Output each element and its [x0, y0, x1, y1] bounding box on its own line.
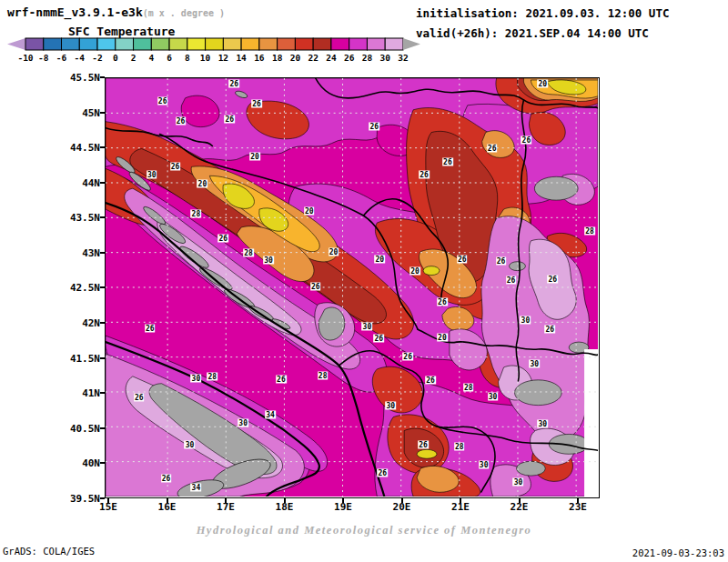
contour-label: 28 — [318, 371, 329, 379]
lat-tick — [100, 357, 105, 359]
lat-axis-label: 41.5N — [53, 352, 100, 364]
lon-tick — [342, 498, 344, 503]
colorbar-segment — [44, 38, 62, 50]
contour-label: 26 — [170, 163, 181, 171]
contour-label: 20 — [329, 247, 339, 256]
lat-tick — [100, 497, 105, 499]
contour-label: 30 — [185, 441, 196, 449]
colorbar-tick-label: -6 — [56, 53, 67, 63]
colorbar-segment — [367, 38, 385, 50]
contour-label: 26 — [418, 441, 429, 449]
colorbar-tick-label: -4 — [75, 53, 86, 63]
colorbar-tick-label: 6 — [167, 53, 172, 63]
contour-label: 30 — [488, 392, 499, 400]
lat-tick — [100, 216, 105, 218]
contour-label: 26 — [310, 282, 321, 290]
colorbar-segment — [79, 38, 97, 50]
colorbar-segment — [187, 38, 206, 50]
colorbar-tick-label: 0 — [113, 53, 118, 63]
colorbar-segment — [313, 38, 331, 50]
contour-label: 20 — [538, 79, 549, 87]
contour-label: 26 — [419, 171, 430, 179]
contour-label: 28 — [454, 443, 465, 451]
colorbar-segment — [62, 38, 80, 50]
contour-label: 26 — [369, 122, 380, 130]
contour-label: 26 — [134, 393, 145, 401]
grads-plot: wrf-nmmE_v3.9.1-e3k(m x . degree ) SFC T… — [0, 0, 728, 562]
colorbar-segment — [295, 38, 313, 50]
colorbar-tick-label: 26 — [344, 53, 355, 63]
contour-label: 26 — [547, 275, 558, 283]
lat-tick — [100, 76, 105, 78]
grads-credit: GrADS: COLA/IGES — [3, 546, 95, 557]
contour-label: 26 — [487, 145, 498, 153]
timestamp: 2021-09-03-23:03 — [632, 547, 724, 558]
colorbar-segment — [385, 38, 403, 50]
colorbar-tick-label: 32 — [398, 53, 408, 63]
colorbar-segment — [331, 38, 349, 50]
contour-label: 30 — [385, 401, 396, 409]
contour-label: 30 — [362, 323, 373, 331]
lon-tick — [401, 498, 403, 503]
lon-tick — [225, 498, 227, 503]
colorbar-segment — [169, 38, 187, 50]
colorbar-tick-label: 20 — [290, 53, 301, 63]
contour-label: 20 — [304, 207, 315, 216]
colorbar-tick-label: 16 — [254, 53, 265, 63]
lon-tick — [107, 498, 109, 503]
contour-label: 26 — [157, 96, 168, 105]
contour-label: 26 — [377, 469, 388, 477]
lat-tick — [100, 462, 105, 464]
valid-time-label: valid(+26h): 2021.SEP.04 14:00 UTC — [416, 26, 649, 40]
init-time-label: initialisation: 2021.09.03. 12:00 UTC — [416, 6, 669, 20]
colorbar-segment — [259, 38, 278, 50]
lat-axis-label: 45.5N — [53, 72, 100, 84]
lat-tick — [100, 322, 105, 324]
lat-tick — [100, 286, 105, 288]
contour-label: 30 — [479, 461, 490, 469]
colorbar-tick-label: 14 — [236, 53, 247, 63]
colorbar-tick-label: 12 — [218, 53, 228, 63]
contour-label: 26 — [374, 335, 385, 343]
lat-tick — [100, 112, 105, 114]
contour-label: 28 — [463, 383, 474, 391]
contour-label: 20 — [375, 255, 386, 263]
colorbar-tick-label: 8 — [185, 53, 190, 63]
colorbar-tick-label: -8 — [38, 53, 49, 63]
lat-axis-label: 44N — [53, 176, 100, 188]
colorbar-segment — [134, 38, 152, 50]
lon-tick — [460, 498, 461, 503]
model-title-text: wrf-nmmE_v3.9.1-e3k — [7, 5, 143, 19]
contour-label: 30 — [530, 359, 541, 367]
contour-label: 26 — [224, 115, 235, 123]
lat-axis-label: 43N — [53, 246, 100, 258]
contour-label: 20 — [197, 180, 208, 188]
contour-label: 20 — [437, 334, 448, 342]
contour-label: 20 — [249, 153, 260, 161]
contour-label: 30 — [513, 478, 524, 487]
contour-label: 26 — [457, 255, 468, 263]
colorbar-svg: -10-8-6-4-202468101214161820222426283032 — [0, 35, 437, 64]
colorbar-tick-label: -2 — [92, 53, 102, 63]
contour-label: 30 — [263, 256, 274, 264]
lon-tick — [284, 498, 286, 503]
contour-label: 26 — [425, 376, 436, 384]
colorbar-tick-label: 10 — [200, 53, 211, 63]
colorbar-segment — [25, 38, 44, 50]
lon-tick — [577, 498, 579, 503]
contour-label: 26 — [161, 475, 172, 483]
contour-label: 26 — [145, 325, 156, 333]
lat-axis-label: 45N — [53, 106, 100, 118]
contour-label: 26 — [176, 116, 187, 125]
contour-label: 28 — [207, 372, 218, 380]
colorbar-segment — [151, 38, 169, 50]
lat-tick — [100, 427, 105, 429]
lat-tick — [100, 182, 105, 184]
contour-label: 26 — [251, 99, 262, 107]
colorbar-above-arrow — [403, 38, 420, 50]
colorbar-tick-label: 2 — [131, 53, 136, 63]
colorbar-segment — [241, 38, 259, 50]
colorbar-below-arrow — [7, 38, 25, 50]
temperature-map: 2626262626202630202028262830202620262626… — [105, 77, 600, 498]
contour-label: 30 — [538, 419, 549, 427]
